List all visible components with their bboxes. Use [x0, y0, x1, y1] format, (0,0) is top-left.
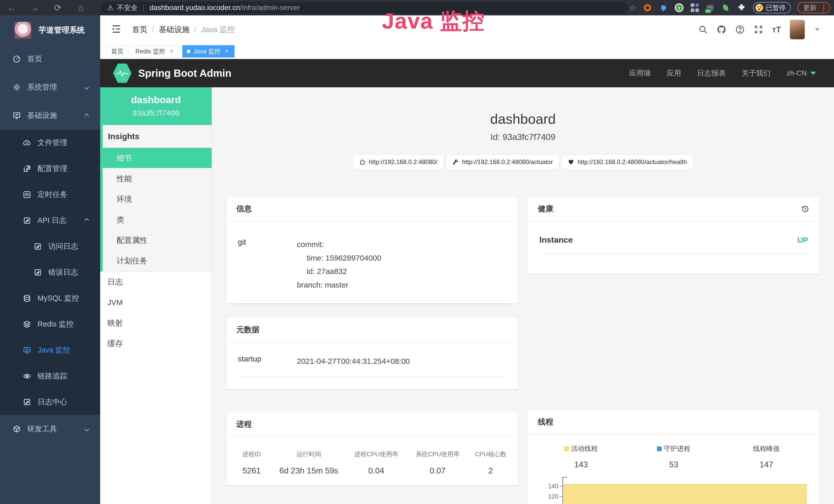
legend-swatch-blue	[657, 446, 662, 451]
sba-item-environment[interactable]: 环境	[103, 189, 212, 209]
live-threads-area-series	[564, 484, 807, 504]
app-sidebar: 芋道管理系统 首页 系统管理 基础设施	[0, 16, 100, 504]
app-logo-row: 芋道管理系统	[0, 16, 100, 45]
sba-item-caches[interactable]: 缓存	[100, 333, 212, 354]
cards-column-left: 信息 git commit: time: 1596289704000 id: 2…	[226, 197, 518, 504]
breadcrumb-infrastructure[interactable]: 基础设施	[159, 24, 190, 35]
box-icon	[11, 425, 23, 433]
close-icon[interactable]	[223, 48, 230, 55]
reload-icon[interactable]: ⟳	[46, 3, 69, 13]
extension-orange-icon[interactable]	[643, 3, 652, 12]
legend-peak-threads: 线程峰值 147	[720, 444, 813, 469]
sidebar-item-java-monitor[interactable]: Java 监控	[0, 337, 100, 363]
sidebar-item-home[interactable]: 首页	[0, 45, 100, 73]
address-bar[interactable]: ⚠ 不安全 dashboard.yudao.iocoder.cn/infra/a…	[101, 2, 628, 14]
metadata-row-value: 2021-04-27T00:44:31.254+08:00	[297, 354, 410, 368]
sba-item-details[interactable]: 细节	[100, 148, 212, 168]
info-git-row: git commit: time: 1596289704000 id: 27aa…	[238, 230, 506, 301]
sidebar-item-scheduled-jobs[interactable]: 定时任务	[0, 182, 100, 207]
extension-leaf-icon[interactable]	[721, 3, 730, 12]
url-path: /infra/admin-server	[240, 4, 300, 12]
sidebar-item-tracing[interactable]: 链路追踪	[0, 363, 100, 389]
extension-y-icon[interactable]: y	[675, 3, 683, 12]
sidebar-item-api-logs[interactable]: API 日志	[0, 207, 100, 233]
process-val-sys-cpu: 0.07	[407, 466, 468, 476]
sba-nav: 应用墙 应用 日志报表 关于我们 zh-CN	[629, 68, 834, 78]
extension-pin-icon[interactable]	[659, 3, 668, 12]
tag-java-monitor[interactable]: Java 监控	[182, 45, 235, 58]
process-val-cpus: 2	[468, 466, 513, 476]
sba-main: dashboard Id: 93a3fc7f7409 http://192.16…	[212, 87, 834, 504]
wrench-icon	[452, 159, 459, 165]
extension-on-icon[interactable]: on	[706, 4, 714, 11]
bookmark-star-icon[interactable]: ☆	[629, 3, 636, 13]
sidebar-item-system-mgmt[interactable]: 系统管理	[0, 73, 100, 101]
user-avatar[interactable]	[790, 20, 805, 39]
sidebar-item-error-logs[interactable]: 错误日志	[0, 259, 100, 285]
sidebar-item-log-center[interactable]: 日志中心	[0, 389, 100, 415]
sba-nav-journal[interactable]: 日志报表	[697, 68, 726, 78]
extensions-puzzle-icon[interactable]	[737, 3, 746, 12]
sba-nav-wallboard[interactable]: 应用墙	[629, 68, 651, 78]
history-icon[interactable]	[801, 205, 810, 213]
close-icon[interactable]	[168, 48, 175, 55]
cards-grid: 信息 git commit: time: 1596289704000 id: 2…	[226, 197, 819, 504]
sba-item-classes[interactable]: 类	[103, 209, 212, 230]
extension-grid-icon[interactable]	[690, 3, 699, 12]
actuator-url-button[interactable]: http://192.168.0.2:48080/actuator	[446, 154, 559, 170]
github-icon[interactable]	[717, 25, 726, 35]
chart-plot-area	[563, 477, 809, 504]
tag-redis-monitor[interactable]: Redis 监控	[131, 45, 179, 58]
chevron-down-icon	[84, 427, 89, 431]
font-size-icon[interactable]: тT	[772, 25, 781, 35]
service-url-button[interactable]: http://192.168.0.2:48080/	[353, 154, 444, 170]
browser-update-button[interactable]: 更新 ⋮	[797, 2, 830, 13]
sba-item-metrics[interactable]: 性能	[103, 168, 212, 189]
browser-menu-icon[interactable]: ⋮	[820, 4, 827, 12]
info-card: 信息 git commit: time: 1596289704000 id: 2…	[226, 197, 518, 303]
sba-item-config-props[interactable]: 配置属性	[103, 230, 212, 251]
sidebar-item-config-mgmt[interactable]: 配置管理	[0, 156, 100, 182]
forward-icon[interactable]: →	[23, 3, 46, 13]
help-icon[interactable]	[735, 25, 745, 35]
sba-nav-about[interactable]: 关于我们	[742, 68, 771, 78]
sba-item-jvm[interactable]: JVM	[100, 292, 212, 313]
breadcrumb: 首页 / 基础设施 / Java 监控	[132, 24, 235, 35]
sba-nav-applications[interactable]: 应用	[667, 68, 681, 78]
paused-extension-badge[interactable]: 已暂停	[753, 2, 791, 13]
sidebar-item-access-logs[interactable]: 访问日志	[0, 233, 100, 259]
annotation-java-monitor: Java 监控	[382, 6, 485, 36]
sidebar-item-mysql-monitor[interactable]: MySQL 监控	[0, 285, 100, 311]
process-card-title: 进程	[236, 419, 252, 430]
health-url-button[interactable]: http://192.168.0.2:48080/actuator/health	[561, 154, 693, 170]
tag-home[interactable]: 首页	[107, 45, 128, 58]
back-icon[interactable]: ←	[0, 3, 23, 13]
sidebar-item-dev-tools[interactable]: 研发工具	[0, 415, 100, 443]
process-col-uptime: 运行时间	[272, 450, 346, 458]
avatar-caret-icon[interactable]	[815, 28, 820, 31]
process-val-uptime: 6d 23h 15m 59s	[272, 466, 346, 476]
home-icon[interactable]: ⌂	[69, 3, 92, 13]
sba-item-mappings[interactable]: 映射	[100, 313, 212, 333]
sba-language-select[interactable]: zh-CN	[787, 69, 816, 77]
paused-label: 已暂停	[766, 3, 786, 12]
edit-square-icon	[21, 216, 33, 225]
sba-header: Spring Boot Admin 应用墙 应用 日志报表 关于我们 zh-CN	[100, 59, 834, 87]
health-instance-row: Instance UP	[540, 230, 808, 254]
collapse-menu-icon[interactable]	[111, 24, 122, 36]
spring-boot-admin-logo	[113, 63, 132, 83]
instance-title: dashboard	[212, 111, 834, 127]
breadcrumb-home[interactable]: 首页	[132, 24, 148, 35]
fullscreen-icon[interactable]	[753, 25, 763, 35]
breadcrumb-separator: /	[152, 25, 154, 34]
sba-item-scheduled-tasks[interactable]: 计划任务	[103, 251, 212, 271]
health-card-title: 健康	[538, 204, 553, 214]
sidebar-item-redis-monitor[interactable]: Redis 监控	[0, 311, 100, 337]
health-row-label: Instance	[540, 235, 573, 245]
process-col-pid: 进程ID	[231, 450, 272, 458]
home-icon	[359, 159, 366, 165]
search-icon[interactable]	[698, 25, 708, 35]
sidebar-item-file-mgmt[interactable]: 文件管理	[0, 130, 100, 156]
sba-item-logs[interactable]: 日志	[100, 272, 212, 292]
sidebar-item-infrastructure[interactable]: 基础设施	[0, 101, 100, 130]
